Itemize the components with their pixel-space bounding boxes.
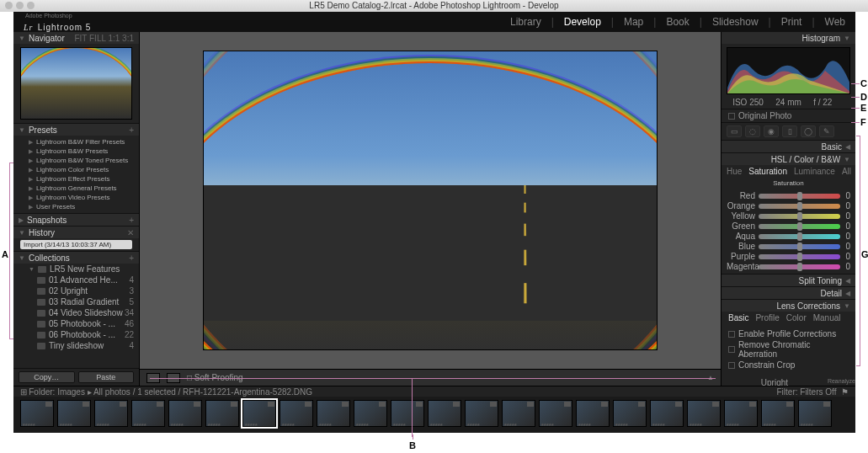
filters-off[interactable]: Filters Off [800, 387, 836, 397]
collection-item[interactable]: 04 Video Slideshow34 [13, 307, 139, 318]
filmstrip-thumb[interactable] [354, 400, 387, 427]
preset-folder[interactable]: ▶Lightroom B&W Filter Presets [13, 137, 139, 147]
lens-check[interactable]: Remove Chromatic Aberration [728, 340, 849, 359]
grid-nav-icon[interactable]: ⊞ [20, 387, 27, 397]
filmstrip-thumb[interactable] [761, 400, 795, 427]
snapshots-header[interactable]: ▶Snapshots+ [13, 214, 139, 226]
histogram[interactable] [727, 47, 850, 94]
original-photo-row[interactable]: Original Photo [722, 109, 855, 123]
filmstrip-thumb[interactable] [20, 400, 54, 427]
module-library[interactable]: Library [510, 16, 541, 28]
slider-yellow[interactable]: Yellow0 [727, 211, 850, 221]
navigator-preview[interactable] [20, 47, 132, 120]
hsl-tab-saturation[interactable]: Saturation [748, 167, 787, 176]
history-header[interactable]: ▼History✕ [13, 226, 139, 238]
spot-tool-icon[interactable]: ◌ [745, 125, 760, 137]
lens-check[interactable]: Enable Profile Corrections [728, 329, 849, 338]
preset-folder[interactable]: ▶Lightroom B&W Presets [13, 147, 139, 156]
collection-item[interactable]: 02 Upright3 [13, 285, 139, 296]
checkbox-icon[interactable] [728, 113, 735, 120]
histogram-header[interactable]: Histogram▼ [722, 32, 855, 44]
filmstrip-thumb[interactable] [576, 400, 610, 427]
navigator-header[interactable]: ▼NavigatorFIT FILL 1:1 3:1 [13, 32, 139, 44]
slider-magenta[interactable]: Magenta0 [727, 262, 850, 271]
filmstrip: ⊞ Folder: Images ▸ All photos / 1 select… [13, 386, 855, 433]
reanalyze-button[interactable]: Reanalyze [828, 378, 855, 384]
preset-folder[interactable]: ▶Lightroom General Presets [13, 184, 139, 193]
window-controls[interactable] [5, 2, 35, 9]
filmstrip-thumb[interactable] [168, 400, 202, 427]
collection-set[interactable]: ▼LR5 New Features [13, 264, 139, 274]
histogram-exif: ISO 25024 mmf / 22 [727, 98, 850, 107]
lens-tab-color[interactable]: Color [786, 313, 807, 322]
crop-tool-icon[interactable]: ▭ [727, 125, 742, 137]
preset-folder[interactable]: ▶User Presets [13, 202, 139, 211]
filmstrip-thumb[interactable] [539, 400, 572, 427]
collection-item[interactable]: 01 Advanced He...4 [13, 274, 139, 285]
module-book[interactable]: Book [666, 16, 689, 28]
collections-panel: ▼Collections+ ▼LR5 New Features 01 Advan… [13, 252, 139, 369]
basic-header[interactable]: Basic◀ [722, 141, 855, 152]
filmstrip-thumb[interactable] [650, 400, 684, 427]
filmstrip-path[interactable]: Folder: Images ▸ All photos / 1 selected… [29, 387, 312, 397]
slider-purple[interactable]: Purple0 [727, 252, 850, 261]
lens-tab-profile[interactable]: Profile [755, 313, 779, 322]
collection-item[interactable]: Tiny slideshow4 [13, 340, 139, 351]
lens-tab-basic[interactable]: Basic [728, 313, 748, 322]
collection-item[interactable]: 06 Photobook - ...22 [13, 329, 139, 340]
center-toolbar: □ Soft Proofing ▲ [140, 369, 721, 386]
preset-folder[interactable]: ▶Lightroom Video Presets [13, 193, 139, 202]
filmstrip-thumb[interactable] [317, 400, 350, 427]
brush-tool-icon[interactable]: ✎ [819, 125, 834, 137]
lens-tab-manual[interactable]: Manual [813, 313, 841, 322]
collection-item[interactable]: 03 Radial Gradient5 [13, 296, 139, 307]
lens-check[interactable]: Constrain Crop [728, 360, 849, 370]
history-panel: ▼History✕ Import (3/14/13 10:03:37 AM) [13, 226, 139, 252]
slider-blue[interactable]: Blue0 [727, 242, 850, 251]
filmstrip-thumb[interactable] [131, 400, 165, 427]
filmstrip-thumb[interactable] [57, 400, 91, 427]
hsl-tab-luminance[interactable]: Luminance [794, 167, 835, 176]
filmstrip-thumb[interactable] [687, 400, 721, 427]
preset-folder[interactable]: ▶Lightroom Effect Presets [13, 174, 139, 184]
hsl-tab-all[interactable]: All [842, 167, 851, 176]
paste-button[interactable]: Paste [78, 371, 135, 383]
filmstrip-thumb[interactable] [280, 400, 313, 427]
slider-aqua[interactable]: Aqua0 [727, 232, 850, 241]
filmstrip-thumb[interactable] [242, 400, 276, 427]
filmstrip-thumb[interactable] [465, 400, 498, 427]
module-print[interactable]: Print [781, 16, 802, 28]
module-slideshow[interactable]: Slideshow [712, 16, 759, 28]
filmstrip-thumb[interactable] [94, 400, 128, 427]
filmstrip-thumb[interactable] [724, 400, 758, 427]
module-develop[interactable]: Develop [564, 16, 601, 28]
hsl-section-label: Saturation [722, 178, 855, 189]
history-step[interactable]: Import (3/14/13 10:03:37 AM) [20, 240, 132, 249]
filmstrip-thumb[interactable] [391, 400, 424, 427]
slider-green[interactable]: Green0 [727, 221, 850, 231]
main-image[interactable] [203, 51, 658, 350]
filmstrip-thumb[interactable] [205, 400, 239, 427]
filmstrip-thumb[interactable] [613, 400, 647, 427]
slider-red[interactable]: Red0 [727, 191, 850, 200]
split-toning-header[interactable]: Split Toning◀ [722, 274, 855, 286]
radial-filter-icon[interactable]: ◯ [801, 125, 816, 137]
copy-button[interactable]: Copy… [19, 371, 75, 383]
grad-filter-icon[interactable]: ▯ [782, 125, 797, 137]
hsl-tab-hue[interactable]: Hue [727, 167, 742, 176]
presets-header[interactable]: ▼Presets+ [13, 124, 139, 136]
module-web[interactable]: Web [825, 16, 845, 28]
collections-header[interactable]: ▼Collections+ [13, 252, 139, 264]
collection-item[interactable]: 05 Photobook - ...46 [13, 318, 139, 329]
detail-header[interactable]: Detail◀ [722, 287, 855, 299]
slider-orange[interactable]: Orange0 [727, 201, 850, 211]
redeye-tool-icon[interactable]: ◉ [764, 125, 779, 137]
lens-header[interactable]: Lens Corrections▼ [722, 300, 855, 312]
preset-folder[interactable]: ▶Lightroom Color Presets [13, 165, 139, 174]
preset-folder[interactable]: ▶Lightroom B&W Toned Presets [13, 156, 139, 165]
module-map[interactable]: Map [624, 16, 643, 28]
filmstrip-thumb[interactable] [798, 400, 832, 427]
filmstrip-thumb[interactable] [428, 400, 461, 427]
hsl-header[interactable]: HSL / Color / B&W▼ [722, 153, 855, 165]
filmstrip-thumb[interactable] [502, 400, 535, 427]
